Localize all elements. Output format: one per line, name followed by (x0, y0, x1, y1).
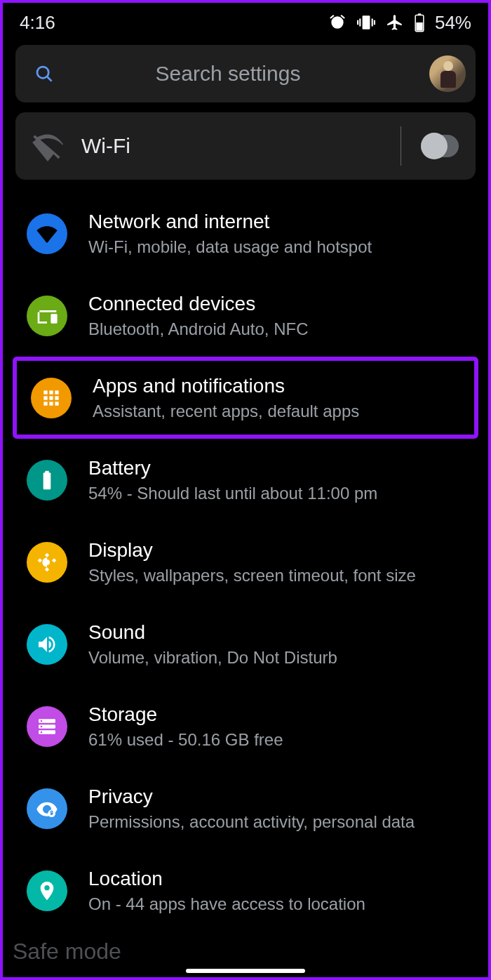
vibrate-icon (356, 13, 376, 32)
row-subtitle: Permissions, account activity, personal … (88, 812, 415, 833)
svg-rect-6 (43, 390, 47, 394)
alarm-icon (328, 13, 347, 32)
battery-icon (414, 13, 425, 32)
svg-point-18 (41, 720, 43, 722)
svg-rect-13 (49, 402, 53, 405)
svg-rect-10 (49, 396, 53, 399)
status-indicators: 54% (328, 12, 471, 34)
wifi-icon (27, 213, 67, 254)
row-title: Connected devices (88, 291, 309, 316)
row-sound[interactable]: Sound Volume, vibration, Do Not Disturb (3, 603, 488, 685)
battery-text: 54% (435, 12, 471, 34)
apps-icon (31, 378, 72, 418)
row-subtitle: Wi-Fi, mobile, data usage and hotspot (88, 237, 372, 258)
gesture-nav-bar[interactable] (3, 969, 488, 973)
devices-icon (27, 296, 67, 336)
row-subtitle: 61% used - 50.16 GB free (88, 729, 283, 750)
svg-rect-7 (49, 390, 53, 394)
divider (401, 126, 401, 166)
svg-rect-8 (55, 390, 58, 394)
row-battery[interactable]: Battery 54% - Should last until about 11… (3, 439, 488, 521)
row-network[interactable]: Network and internet Wi-Fi, mobile, data… (3, 192, 488, 274)
battery-icon (27, 460, 67, 501)
svg-point-19 (41, 725, 43, 727)
location-icon (27, 870, 67, 911)
row-title: Privacy (88, 784, 415, 809)
row-display[interactable]: Display Styles, wallpapers, screen timeo… (3, 521, 488, 603)
row-privacy[interactable]: Privacy Permissions, account activity, p… (3, 767, 488, 849)
row-storage[interactable]: Storage 61% used - 50.16 GB free (3, 685, 488, 767)
row-title: Location (88, 866, 365, 891)
search-settings[interactable]: Search settings (15, 45, 476, 102)
row-devices[interactable]: Connected devices Bluetooth, Android Aut… (3, 274, 488, 357)
status-bar: 4:16 54% (3, 3, 488, 39)
row-apps[interactable]: Apps and notifications Assistant, recent… (13, 357, 478, 439)
row-subtitle: Styles, wallpapers, screen timeout, font… (88, 565, 416, 586)
row-subtitle: Volume, vibration, Do Not Disturb (88, 647, 337, 668)
wifi-quick-toggle[interactable]: Wi-Fi (15, 112, 476, 180)
row-subtitle: Assistant, recent apps, default apps (93, 401, 359, 422)
row-title: Sound (88, 620, 337, 644)
svg-rect-11 (55, 396, 58, 399)
svg-rect-12 (43, 402, 47, 405)
wifi-label: Wi-Fi (81, 134, 381, 158)
safe-mode-label: Safe mode (13, 939, 121, 965)
row-subtitle: Bluetooth, Android Auto, NFC (88, 319, 309, 340)
profile-avatar[interactable] (429, 55, 466, 92)
row-subtitle: On - 44 apps have access to location (88, 894, 365, 915)
wifi-off-icon (32, 131, 63, 161)
svg-rect-9 (43, 396, 47, 399)
svg-rect-1 (418, 13, 422, 15)
sound-icon (27, 624, 67, 665)
status-time: 4:16 (20, 12, 55, 34)
row-title: Storage (88, 702, 283, 727)
storage-icon (27, 706, 67, 747)
privacy-icon (27, 788, 67, 829)
airplane-icon (386, 13, 404, 32)
search-placeholder: Search settings (27, 62, 429, 86)
svg-rect-14 (55, 402, 58, 405)
row-location[interactable]: Location On - 44 apps have access to loc… (3, 849, 488, 932)
svg-rect-22 (51, 812, 53, 814)
display-icon (27, 542, 67, 583)
svg-point-20 (41, 731, 43, 733)
wifi-toggle-switch[interactable] (421, 135, 459, 157)
row-title: Apps and notifications (93, 373, 359, 398)
row-title: Network and internet (88, 209, 372, 234)
svg-rect-2 (416, 22, 422, 31)
row-title: Display (88, 538, 416, 562)
row-title: Battery (88, 456, 377, 480)
settings-list: Network and internet Wi-Fi, mobile, data… (3, 192, 488, 932)
row-subtitle: 54% - Should last until about 11:00 pm (88, 483, 377, 504)
